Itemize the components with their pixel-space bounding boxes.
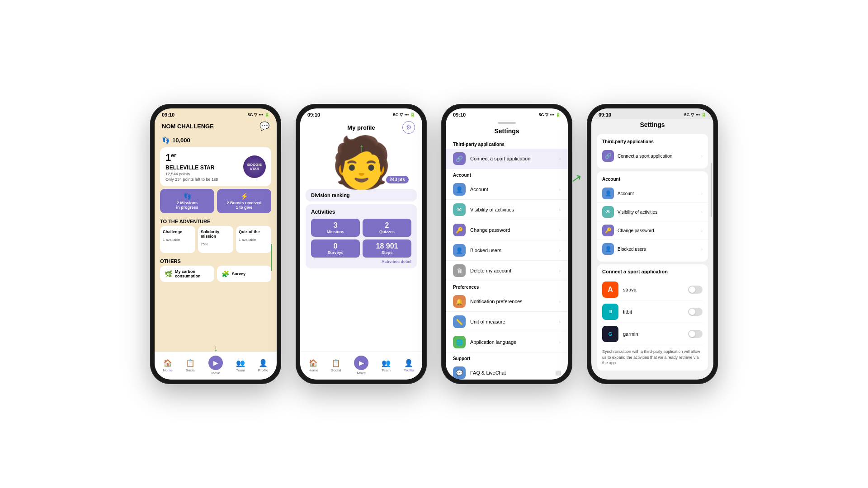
survey-card[interactable]: 🧩 Survey	[217, 266, 271, 282]
nav-social-2[interactable]: 📋 Social	[331, 359, 341, 372]
fitbit-name: fitbit	[623, 309, 684, 314]
delete-icon: 🗑	[453, 264, 466, 277]
adv-card-quiz[interactable]: Quiz of the 1 available	[236, 226, 271, 253]
arrow-visibility: ›	[559, 207, 561, 212]
challenge-card[interactable]: 1er BELLEVILLE STAR 12,544 points Only 2…	[160, 147, 271, 186]
challenge-badge: BOOGIE STAR	[243, 155, 266, 178]
garmin-row: G garmin	[602, 323, 703, 345]
p4-account-item[interactable]: 👤 Account ›	[597, 184, 708, 203]
challenge-points: 12,544 points	[165, 172, 218, 176]
change-password-label: Change password	[470, 227, 555, 233]
arrow-blocked: ›	[559, 248, 561, 253]
missions-label: Missions	[327, 230, 344, 234]
p4-link-icon: 🔗	[602, 150, 614, 162]
language-icon: 🌐	[453, 336, 466, 348]
phone1-title: NOM CHALLENGE	[162, 123, 214, 130]
notifications-item[interactable]: 🔔 Notification preferences ›	[446, 291, 568, 312]
mission-btn-1[interactable]: 👣 2 Missionsin progress	[160, 189, 214, 213]
activities-detail-link[interactable]: Activities detail	[311, 259, 411, 264]
nav-team-1[interactable]: 👥 Team	[236, 359, 245, 372]
phone-2-screen: 09:10 5G▽▪▪▪🔋 My profile ⚙ 🧑 243 pts ↑ D…	[300, 108, 422, 380]
faq-item[interactable]: 💬 FAQ & LiveChat ⬜	[446, 363, 568, 380]
signal-3: 5G▽▪▪▪🔋	[538, 113, 561, 117]
adv-title-1: Challenge	[163, 230, 193, 234]
password-icon: 🔑	[453, 224, 466, 236]
status-bar-4: 09:10 5G▽▪▪▪🔋	[591, 108, 713, 119]
change-password-item[interactable]: 🔑 Change password ›	[446, 220, 568, 240]
nav-profile-label-2: Profile	[404, 368, 414, 372]
strava-row: A strava	[602, 279, 703, 301]
p4-blocked-item[interactable]: 👤 Blocked users ›	[597, 240, 708, 258]
nav-profile-label: Profile	[258, 368, 269, 372]
division-ranking-card[interactable]: Division ranking	[306, 189, 417, 202]
steps-num: 18 901	[366, 242, 408, 250]
move-icon-2: ▶	[354, 356, 368, 370]
visibility-item[interactable]: 👁 Visibility of activities ›	[446, 200, 568, 220]
settings-gear-icon[interactable]: ⚙	[402, 121, 415, 134]
signal-4: 5G▽▪▪▪🔋	[684, 113, 706, 117]
blocked-users-label: Blocked users	[470, 248, 555, 253]
connect-app-title: Connect a sport application	[602, 269, 703, 274]
adv-sub-1: 1 available	[163, 238, 193, 242]
phone-2: 09:10 5G▽▪▪▪🔋 My profile ⚙ 🧑 243 pts ↑ D…	[296, 104, 427, 384]
carbon-card[interactable]: 🌿 My carbonconsumption	[160, 266, 214, 282]
phone-4: 09:10 5G▽▪▪▪🔋 Settings Third-party appli…	[587, 104, 718, 384]
activities-grid: 3 Missions 2 Quizzes 0 Surveys 18 901 St…	[311, 219, 411, 258]
nav-move-2[interactable]: ▶ Move	[354, 356, 368, 375]
section-label-preferences: Preferences	[446, 281, 568, 291]
p4-blocked-label: Blocked users	[618, 247, 698, 252]
nav-move-1[interactable]: ▶ Move	[208, 356, 223, 375]
p4-visibility-icon: 👁	[602, 206, 614, 218]
account-icon: 👤	[453, 183, 466, 196]
delete-account-item[interactable]: 🗑 Delete my account ›	[446, 261, 568, 281]
time-1: 09:10	[162, 112, 175, 117]
phone-3-screen: 09:10 5G▽▪▪▪🔋 Settings Third-party appli…	[446, 108, 568, 380]
nav-profile-2[interactable]: 👤 Profile	[404, 359, 414, 372]
others-title: OTHERS	[155, 256, 277, 266]
act-steps: 18 901 Steps	[363, 239, 411, 258]
fitbit-toggle[interactable]	[688, 308, 703, 316]
connect-sport-app-item[interactable]: 🔗 Connect a sport application ›	[446, 149, 568, 169]
mission-icon-2: ⚡	[220, 192, 269, 200]
unit-measure-item[interactable]: 📏 Unit of measure ›	[446, 312, 568, 332]
mission-icon-1: 👣	[163, 192, 212, 200]
nav-social-label-2: Social	[331, 368, 341, 372]
phone-3: 09:10 5G▽▪▪▪🔋 Settings Third-party appli…	[441, 104, 572, 384]
garmin-toggle[interactable]	[688, 330, 703, 338]
carbon-icon: 🌿	[165, 270, 172, 277]
chat-icon[interactable]: 💬	[259, 121, 269, 131]
signal-2: 5G▽▪▪▪🔋	[393, 113, 415, 117]
p4-account-icon: 👤	[602, 188, 614, 199]
p4-password-item[interactable]: 🔑 Change password ›	[597, 221, 708, 240]
p4-visibility-label: Visibility of activities	[618, 210, 698, 215]
mission-btn-2[interactable]: ⚡ 2 Boosts received1 to give	[217, 189, 271, 213]
move-icon: ▶	[208, 356, 223, 370]
strava-toggle[interactable]	[688, 286, 703, 294]
app-language-item[interactable]: 🌐 Application language ›	[446, 332, 568, 352]
adv-card-challenge[interactable]: Challenge 1 available	[160, 226, 195, 253]
sync-description: Synchronization with a third-party appli…	[602, 349, 703, 366]
blocked-users-item[interactable]: 👤 Blocked users ›	[446, 240, 568, 261]
nav-social-1[interactable]: 📋 Social	[186, 359, 196, 372]
nav-profile-1[interactable]: 👤 Profile	[258, 359, 269, 372]
section-label-account-3: Account	[446, 169, 568, 179]
challenge-rank: 1er	[165, 152, 218, 164]
nav-home-2[interactable]: 🏠 Home	[308, 359, 318, 372]
missions-row: 👣 2 Missionsin progress ⚡ 2 Boosts recei…	[160, 189, 271, 213]
arrow-account: ›	[559, 187, 561, 192]
app-language-label: Application language	[470, 339, 555, 345]
notifications-label: Notification preferences	[470, 299, 555, 304]
p4-connect-sport-item[interactable]: 🔗 Connect a sport application ›	[597, 147, 708, 165]
signal-1: 5G▽▪▪▪🔋	[247, 113, 269, 117]
p4-arrow-1: ›	[701, 154, 703, 159]
blocked-icon: 👤	[453, 244, 466, 257]
adv-card-solidarity[interactable]: Solidaritymission 75%	[198, 226, 233, 253]
account-item[interactable]: 👤 Account ›	[446, 179, 568, 200]
settings-title-4: Settings	[591, 119, 713, 132]
p4-visibility-item[interactable]: 👁 Visibility of activities ›	[597, 203, 708, 221]
nav-home-1[interactable]: 🏠 Home	[163, 359, 172, 372]
nav-team-2[interactable]: 👥 Team	[382, 359, 391, 372]
account-label: Account	[470, 187, 555, 192]
time-3: 09:10	[453, 112, 466, 117]
phone-4-screen: 09:10 5G▽▪▪▪🔋 Settings Third-party appli…	[591, 108, 713, 380]
